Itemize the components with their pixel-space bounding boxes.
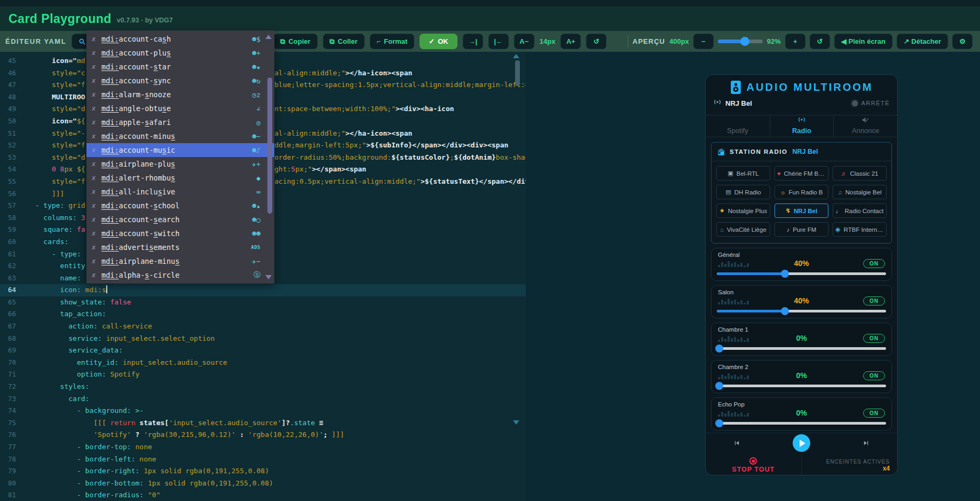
code-line[interactable]: 81 - border-radius: "0" — [0, 489, 526, 501]
fullscreen-button[interactable]: ◀ Plein écran — [834, 34, 892, 49]
code-line[interactable]: 76 'Spotify' ? 'rgba(30,215,96,0.12)' : … — [0, 429, 526, 441]
outdent-button[interactable]: |← — [488, 34, 509, 49]
code-line[interactable]: 68 service: input_select.select_option — [0, 333, 526, 345]
line-number: 78 — [0, 453, 23, 466]
station-button[interactable]: ☼Fun Radio B — [774, 185, 828, 199]
settings-button[interactable]: ⚙ — [952, 34, 973, 49]
autocomplete-item[interactable]: xmdi:apple-safari◎ — [86, 115, 274, 129]
volume-slider[interactable] — [717, 347, 886, 350]
slider-thumb[interactable] — [715, 382, 723, 390]
station-label: RTBF Internatio... — [844, 226, 884, 233]
code-line[interactable]: 69 service_data: — [0, 345, 526, 357]
editor-scroll-up-icon[interactable] — [513, 54, 519, 58]
on-badge[interactable]: ON — [863, 296, 885, 306]
slider-thumb[interactable] — [715, 419, 723, 427]
card-title-row: AUDIO MULTIROOM — [706, 80, 897, 95]
tab-annonce[interactable]: Annonce — [833, 115, 897, 137]
autocomplete-item[interactable]: xmdi:account-search☻○ — [86, 213, 274, 226]
autocomplete-item[interactable]: xmdi:airplane-plus✈+ — [86, 157, 274, 171]
code-line[interactable]: 67 action: call-service — [0, 320, 526, 333]
code-line[interactable]: 73 card: — [0, 393, 526, 405]
paste-button[interactable]: ⧉ Coller — [323, 34, 365, 49]
autocomplete-item[interactable]: xmdi:account-sync☻↻ — [86, 74, 274, 88]
zoom-out-button[interactable]: − — [693, 34, 714, 49]
code-line[interactable]: 75 [[[ return states['input_select.audio… — [0, 417, 526, 429]
dropdown-scroll-down-icon[interactable] — [265, 275, 272, 279]
stop-all-button[interactable]: STOP TOUT — [706, 453, 802, 475]
font-larger-button[interactable]: A+ — [560, 34, 581, 49]
code-line[interactable]: 72 styles: — [0, 381, 526, 393]
station-button[interactable]: ♩Radio Contact — [833, 203, 887, 218]
slider-thumb[interactable] — [781, 270, 789, 278]
autocomplete-item[interactable]: xmdi:account-school☻▴ — [86, 199, 274, 213]
on-badge[interactable]: ON — [863, 259, 885, 268]
on-badge[interactable]: ON — [863, 334, 885, 343]
code-line[interactable]: 80 - border-bottom: 1px solid rgba(0,191… — [0, 477, 526, 490]
station-button[interactable]: ♪Pure FM — [774, 222, 828, 237]
editor-scroll-down-icon[interactable] — [513, 420, 519, 425]
code-line[interactable]: 77 - border-top: none — [0, 441, 526, 453]
station-button[interactable]: ▤DH Radio — [716, 185, 770, 199]
autocomplete-item[interactable]: xmdi:account-plus☻+ — [86, 46, 274, 60]
copy-button[interactable]: ⧉ Copier — [273, 34, 317, 49]
indent-button[interactable]: →| — [463, 34, 483, 49]
autocomplete-item[interactable]: xmdi:account-cash☻$ — [86, 32, 274, 46]
zoom-in-button[interactable]: + — [785, 34, 805, 49]
editor-undo-button[interactable]: ↺ — [586, 34, 606, 49]
play-button[interactable] — [793, 434, 810, 452]
on-badge[interactable]: ON — [863, 409, 885, 418]
volume-slider[interactable] — [717, 385, 886, 387]
on-badge[interactable]: ON — [863, 371, 885, 380]
previous-track-button[interactable] — [732, 439, 741, 447]
station-button[interactable]: ↯NRJ Bel — [774, 203, 828, 218]
volume-slider[interactable] — [717, 272, 886, 275]
slider-thumb[interactable] — [781, 307, 789, 315]
font-smaller-button[interactable]: A− — [514, 34, 534, 49]
slider-thumb[interactable] — [715, 345, 723, 353]
station-button[interactable]: ★Nostalgie Plus — [716, 203, 770, 218]
station-button[interactable]: ♬Classic 21 — [833, 166, 887, 181]
autocomplete-item[interactable]: xmdi:airplane-minus✈− — [86, 254, 274, 268]
editor-scrollbar-thumb[interactable] — [515, 60, 520, 86]
station-button[interactable]: ♫Nostalgie Bel — [833, 185, 887, 199]
autocomplete-item[interactable]: xmdi:account-music☻♪ — [86, 143, 274, 157]
station-button[interactable]: ◉RTBF Internatio... — [833, 222, 887, 237]
next-track-button[interactable] — [862, 439, 871, 447]
code-line[interactable]: 64 icon: mdi:s — [0, 284, 526, 296]
zoom-slider[interactable] — [718, 40, 763, 43]
code-line[interactable]: 65 show_state: false — [0, 296, 526, 309]
icon-autocomplete-dropdown: xmdi:account-cash☻$xmdi:account-plus☻+xm… — [86, 30, 274, 284]
station-icon: ⌂ — [720, 226, 724, 233]
station-button[interactable]: ⌂VivaCité Liège — [716, 222, 770, 237]
autocomplete-item[interactable]: xmdi:account-minus☻− — [86, 129, 274, 143]
preview-refresh-button[interactable]: ↺ — [810, 34, 830, 49]
autocomplete-item[interactable]: xmdi:account-star☻★ — [86, 60, 274, 74]
volume-slider[interactable] — [717, 422, 886, 425]
dropdown-scrollbar-thumb[interactable] — [267, 77, 272, 214]
autocomplete-item[interactable]: xmdi:alert-rhombus◆ — [86, 171, 274, 185]
autocomplete-item[interactable]: xmdi:all-inclusive∞ — [86, 185, 274, 199]
code-line[interactable]: 71 option: Spotify — [0, 369, 526, 381]
autocomplete-item[interactable]: xmdi:advertisementsADS — [86, 240, 274, 254]
station-button[interactable]: ♥Chérie FM Belg... — [774, 166, 828, 181]
antenna-icon — [713, 98, 722, 108]
dropdown-scroll-up-icon[interactable] — [265, 35, 272, 39]
format-button[interactable]: ⌐ Format — [370, 34, 415, 49]
code-line[interactable]: 66 tap_action: — [0, 308, 526, 320]
volume-slider[interactable] — [717, 310, 886, 312]
zoom-slider-thumb[interactable] — [740, 37, 749, 46]
autocomplete-item[interactable]: xmdi:angle-obtuse∠ — [86, 101, 274, 115]
station-icon: ♥ — [777, 170, 781, 177]
code-line[interactable]: 78 - border-left: none — [0, 453, 526, 466]
tab-spotify[interactable]: Spotify — [706, 115, 770, 137]
station-button[interactable]: ▣Bel-RTL — [716, 166, 770, 181]
ok-button[interactable]: ✓ OK — [420, 34, 457, 49]
tab-radio[interactable]: Radio — [770, 115, 834, 137]
code-line[interactable]: 79 - border-right: 1px solid rgba(0,191,… — [0, 465, 526, 477]
code-line[interactable]: 74 - background: >- — [0, 405, 526, 417]
detach-button[interactable]: ↗ Détacher — [897, 34, 948, 49]
code-line[interactable]: 70 entity_id: input_select.audio_source — [0, 357, 526, 369]
autocomplete-item[interactable]: xmdi:account-switch☻☻ — [86, 226, 274, 240]
autocomplete-item[interactable]: xmdi:alarm-snooze◷z — [86, 88, 274, 101]
autocomplete-item[interactable]: xmdi:alpha-s-circleⓈ — [86, 268, 274, 282]
